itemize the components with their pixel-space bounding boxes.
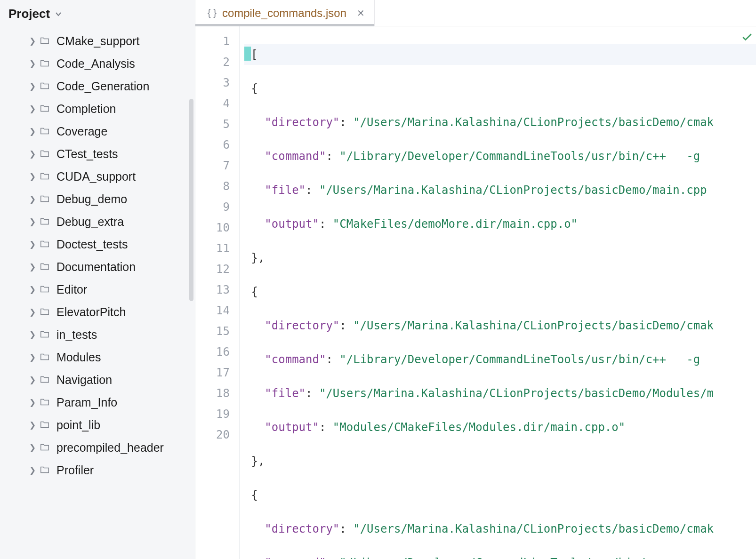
folder-icon xyxy=(40,397,52,407)
tree-label: Doctest_tests xyxy=(56,238,128,251)
tree-item[interactable]: ❯CUDA_support xyxy=(0,165,195,188)
chevron-right-icon: ❯ xyxy=(27,217,38,227)
folder-icon xyxy=(40,194,52,204)
tree-item[interactable]: ❯CTest_tests xyxy=(0,143,195,165)
folder-icon xyxy=(40,284,52,295)
tree-label: Debug_extra xyxy=(56,215,124,229)
tree-label: Navigation xyxy=(56,373,112,387)
folder-icon xyxy=(40,149,52,159)
tab-label: compile_commands.json xyxy=(222,7,346,20)
chevron-right-icon: ❯ xyxy=(27,443,38,453)
folder-icon xyxy=(40,329,52,340)
chevron-right-icon: ❯ xyxy=(27,375,38,385)
tree-label: ElevatorPitch xyxy=(56,305,126,319)
tree-item[interactable]: ❯Param_Info xyxy=(0,391,195,414)
code-editor[interactable]: 1 2 3 4 5 6 7 8 9 10 11 12 13 14 15 16 1… xyxy=(195,26,756,559)
tree-label: in_tests xyxy=(56,328,97,342)
tree-item[interactable]: ❯Profiler xyxy=(0,459,195,481)
tree-label: Code_Generation xyxy=(56,80,149,93)
tree-label: Param_Info xyxy=(56,396,117,409)
chevron-right-icon: ❯ xyxy=(27,285,38,295)
folder-icon xyxy=(40,58,52,69)
tree-label: Code_Analysis xyxy=(56,57,135,71)
gutter: 1 2 3 4 5 6 7 8 9 10 11 12 13 14 15 16 1… xyxy=(195,26,240,559)
chevron-right-icon: ❯ xyxy=(27,420,38,430)
tree-label: Debug_demo xyxy=(56,192,127,206)
inspections-ok-icon[interactable] xyxy=(741,31,753,43)
editor-area: { } compile_commands.json ✕ 1 2 3 4 5 6 … xyxy=(195,0,756,559)
project-title: Project xyxy=(8,7,50,21)
folder-icon xyxy=(40,126,52,136)
folder-icon xyxy=(40,36,52,46)
tree-item[interactable]: ❯in_tests xyxy=(0,323,195,346)
folder-icon xyxy=(40,216,52,227)
folder-icon xyxy=(40,262,52,272)
project-tool-header[interactable]: Project xyxy=(0,0,195,28)
sidebar-scrollbar[interactable] xyxy=(189,99,193,301)
project-tree[interactable]: ❯CMake_support ❯Code_Analysis ❯Code_Gene… xyxy=(0,28,195,491)
json-file-icon: { } xyxy=(208,8,217,18)
chevron-right-icon: ❯ xyxy=(27,172,38,182)
folder-icon xyxy=(40,171,52,182)
tree-item[interactable]: ❯Documentation xyxy=(0,256,195,278)
folder-icon xyxy=(40,442,52,453)
tree-item[interactable]: ❯Coverage xyxy=(0,120,195,143)
tree-item[interactable]: ❯ElevatorPitch xyxy=(0,301,195,323)
chevron-right-icon: ❯ xyxy=(27,104,38,114)
tree-label: Editor xyxy=(56,283,87,296)
tree-item[interactable]: ❯Doctest_tests xyxy=(0,233,195,256)
folder-icon xyxy=(40,239,52,249)
tree-label: Coverage xyxy=(56,125,107,138)
tree-item[interactable]: ❯Modules xyxy=(0,346,195,368)
folder-icon xyxy=(40,307,52,317)
folder-icon xyxy=(40,104,52,114)
chevron-right-icon: ❯ xyxy=(27,307,38,317)
close-icon[interactable]: ✕ xyxy=(357,8,365,19)
tree-label: precompiled_header xyxy=(56,441,164,455)
chevron-right-icon: ❯ xyxy=(27,127,38,136)
tree-item[interactable]: ❯point_lib xyxy=(0,414,195,436)
chevron-right-icon: ❯ xyxy=(27,81,38,91)
project-sidebar: Project ❯CMake_support ❯Code_Analysis ❯C… xyxy=(0,0,195,559)
tree-label: Modules xyxy=(56,351,101,364)
chevron-right-icon: ❯ xyxy=(27,36,38,46)
tree-label: CMake_support xyxy=(56,34,139,48)
tree-item[interactable]: ❯Completion xyxy=(0,97,195,120)
tree-item[interactable]: ❯Debug_extra xyxy=(0,210,195,233)
caret xyxy=(244,47,251,61)
chevron-right-icon: ❯ xyxy=(27,149,38,159)
chevron-right-icon: ❯ xyxy=(27,352,38,362)
tree-item[interactable]: ❯CMake_support xyxy=(0,30,195,52)
tree-label: Completion xyxy=(56,102,116,116)
tree-item[interactable]: ❯Code_Analysis xyxy=(0,52,195,75)
chevron-right-icon: ❯ xyxy=(27,330,38,340)
folder-icon xyxy=(40,352,52,362)
editor-tabs: { } compile_commands.json ✕ xyxy=(195,0,756,26)
folder-icon xyxy=(40,465,52,475)
chevron-right-icon: ❯ xyxy=(27,398,38,407)
tree-label: CTest_tests xyxy=(56,147,118,161)
chevron-down-icon xyxy=(55,10,62,18)
folder-icon xyxy=(40,420,52,430)
code-body[interactable]: [ { "directory": "/Users/Marina.Kalashin… xyxy=(240,26,756,559)
chevron-right-icon: ❯ xyxy=(27,194,38,204)
folder-icon xyxy=(40,375,52,385)
tree-item[interactable]: ❯precompiled_header xyxy=(0,436,195,459)
tree-item[interactable]: ❯Editor xyxy=(0,278,195,301)
tab-compile-commands[interactable]: { } compile_commands.json ✕ xyxy=(195,0,375,26)
folder-icon xyxy=(40,81,52,91)
chevron-right-icon: ❯ xyxy=(27,240,38,249)
chevron-right-icon: ❯ xyxy=(27,465,38,475)
chevron-right-icon: ❯ xyxy=(27,262,38,272)
tree-label: CUDA_support xyxy=(56,170,136,184)
tree-label: Profiler xyxy=(56,463,94,477)
tree-item[interactable]: ❯Debug_demo xyxy=(0,188,195,210)
chevron-right-icon: ❯ xyxy=(27,59,38,69)
tree-item[interactable]: ❯Navigation xyxy=(0,368,195,391)
tree-item[interactable]: ❯Code_Generation xyxy=(0,75,195,97)
tree-label: Documentation xyxy=(56,260,136,274)
tree-label: point_lib xyxy=(56,418,100,432)
